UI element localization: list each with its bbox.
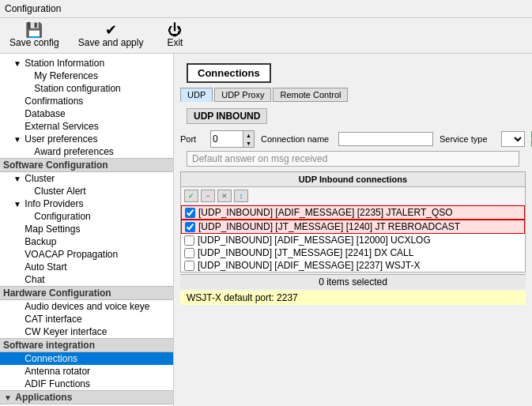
sidebar-item-label: My References bbox=[34, 70, 98, 81]
sidebar-item-map-settings[interactable]: Map Settings bbox=[0, 223, 173, 235]
expand-icon: ▼ bbox=[13, 200, 22, 209]
sidebar-item-label: Map Settings bbox=[25, 224, 80, 235]
sidebar-item-label: Antenna rotator bbox=[25, 366, 90, 377]
sidebar-item-chat[interactable]: Chat bbox=[0, 273, 173, 286]
sidebar-item-confirmations[interactable]: Confirmations bbox=[0, 95, 173, 107]
tree-list: ▼ Station Information My References Stat… bbox=[0, 57, 173, 406]
sidebar-item-label: CAT interface bbox=[25, 314, 81, 325]
sidebar-item-cluster-alert[interactable]: Cluster Alert bbox=[0, 185, 173, 197]
conn-checkbox[interactable] bbox=[185, 222, 195, 232]
exit-button[interactable]: ⏻ Exit bbox=[159, 21, 191, 50]
title-bar: Configuration bbox=[0, 0, 532, 18]
expand-icon: ▼ bbox=[13, 175, 22, 183]
expand-icon: ▼ bbox=[3, 393, 13, 402]
sidebar-item-backup[interactable]: Backup bbox=[0, 235, 173, 248]
toolbar-arrow-btn[interactable]: ↕ bbox=[234, 190, 248, 202]
conn-checkbox[interactable] bbox=[185, 208, 195, 218]
port-input[interactable] bbox=[211, 131, 243, 147]
save-apply-icon: ✔ bbox=[105, 23, 117, 37]
list-item[interactable]: [UDP_INBOUND] [ADIF_MESSAGE] [2235] JTAL… bbox=[181, 205, 525, 220]
save-config-button[interactable]: 💾 Save config bbox=[6, 21, 62, 50]
spin-up[interactable]: ▲ bbox=[243, 131, 254, 139]
sidebar-group-label: Software Configuration bbox=[3, 160, 108, 171]
sidebar-item-label: Info Providers bbox=[25, 198, 83, 209]
exit-icon: ⏻ bbox=[168, 23, 182, 37]
sidebar-item-station-config[interactable]: Station configuration bbox=[0, 82, 173, 95]
sidebar-group-applications[interactable]: ▼ Applications bbox=[0, 390, 173, 404]
sidebar-item-label: ADIF Functions bbox=[25, 378, 90, 389]
udp-inbound-section: UDP INBOUND bbox=[180, 105, 526, 126]
status-bar-label: 0 items selected bbox=[319, 276, 387, 288]
tree-panel: ▼ Station Information My References Stat… bbox=[0, 54, 174, 406]
conn-checkbox[interactable] bbox=[184, 235, 194, 246]
sidebar-item-label: Configuration bbox=[34, 211, 90, 222]
sidebar-item-antenna-rotator[interactable]: Antenna rotator bbox=[0, 365, 173, 378]
save-apply-button[interactable]: ✔ Save and apply bbox=[75, 21, 147, 50]
connection-name-input[interactable] bbox=[338, 132, 433, 146]
default-answer-field[interactable]: Default answer on msg received bbox=[187, 151, 519, 167]
sidebar-item-user-preferences[interactable]: ▼ User preferences bbox=[0, 133, 173, 145]
sidebar-item-label: User preferences bbox=[25, 133, 97, 145]
save-icon: 💾 bbox=[25, 23, 43, 37]
sidebar-item-cw-keyer[interactable]: CW Keyer interface bbox=[0, 325, 173, 338]
status-bar: 0 items selected bbox=[180, 274, 526, 289]
sidebar-item-external-services[interactable]: External Services bbox=[0, 120, 173, 133]
sidebar-group-label: Software integration bbox=[3, 340, 95, 351]
list-item[interactable]: [UDP_INBOUND] [JT_MESSAGE] [1240] JT REB… bbox=[181, 220, 525, 234]
list-item[interactable]: [UDP_INBOUND] [ADIF_MESSAGE] [12000] UCX… bbox=[181, 234, 525, 246]
port-label: Port bbox=[180, 134, 204, 144]
sidebar-item-label: Station Information bbox=[25, 58, 104, 69]
connections-list: [UDP_INBOUND] [ADIF_MESSAGE] [2235] JTAL… bbox=[181, 205, 525, 272]
conn-label: [UDP_INBOUND] [JT_MESSAGE] [2241] DX CAL… bbox=[198, 247, 413, 258]
toolbar-add-btn[interactable]: ✓ bbox=[184, 190, 198, 202]
inbound-table-container: UDP Inbound connections ✓ − ✕ ↕ [UDP_INB… bbox=[180, 171, 526, 273]
tab-udp[interactable]: UDP bbox=[180, 88, 213, 102]
conn-label: [UDP_INBOUND] [ADIF_MESSAGE] [2235] JTAL… bbox=[198, 207, 453, 218]
save-config-label: Save config bbox=[9, 37, 59, 48]
exit-label: Exit bbox=[167, 37, 183, 48]
sidebar-item-label: Station configuration bbox=[34, 83, 120, 94]
sidebar-item-voacap[interactable]: VOACAP Propagation bbox=[0, 248, 173, 261]
sidebar-item-label: External Services bbox=[25, 121, 98, 132]
save-apply-label: Save and apply bbox=[78, 37, 144, 48]
toolbar-delete-btn[interactable]: ✕ bbox=[217, 190, 232, 202]
sidebar-item-station-info[interactable]: ▼ Station Information bbox=[0, 57, 173, 70]
sidebar-item-label: Award preferences bbox=[34, 146, 114, 157]
tab-remote-control[interactable]: Remote Control bbox=[273, 88, 348, 102]
sidebar-item-adif-functions[interactable]: ADIF Functions bbox=[0, 378, 173, 390]
sidebar-item-label: Backup bbox=[25, 236, 56, 247]
sidebar-item-info-providers[interactable]: ▼ Info Providers bbox=[0, 197, 173, 210]
service-type-select[interactable] bbox=[501, 131, 525, 147]
sidebar-group-hardware-config: Hardware Configuration bbox=[0, 286, 173, 300]
list-item[interactable]: [UDP_INBOUND] [JT_MESSAGE] [2241] DX CAL… bbox=[181, 246, 525, 259]
right-panel: Connections UDP UDP Proxy Remote Control… bbox=[174, 54, 532, 406]
sidebar-group-software-integration: Software integration bbox=[0, 338, 173, 352]
spin-down[interactable]: ▼ bbox=[243, 139, 254, 147]
toolbar-minus-btn[interactable]: − bbox=[201, 190, 215, 202]
conn-label: [UDP_INBOUND] [ADIF_MESSAGE] [12000] UCX… bbox=[198, 235, 431, 246]
conn-checkbox[interactable] bbox=[184, 248, 194, 258]
sidebar-item-award-preferences[interactable]: Award preferences bbox=[0, 145, 173, 158]
conn-checkbox[interactable] bbox=[184, 261, 194, 271]
sidebar-item-label: Auto Start bbox=[25, 261, 66, 273]
conn-label: [UDP_INBOUND] [ADIF_MESSAGE] [2237] WSJT… bbox=[198, 260, 420, 271]
sub-tabs: UDP UDP Proxy Remote Control bbox=[174, 83, 532, 102]
sidebar-item-database[interactable]: Database bbox=[0, 107, 173, 120]
default-answer-row: Default answer on msg received bbox=[180, 151, 526, 167]
sidebar-item-audio-devices[interactable]: Audio devices and voice keye bbox=[0, 300, 173, 313]
connection-name-label: Connection name bbox=[261, 134, 332, 144]
sidebar-item-auto-start[interactable]: Auto Start bbox=[0, 261, 173, 273]
tab-udp-proxy[interactable]: UDP Proxy bbox=[214, 88, 271, 102]
sidebar-item-connections[interactable]: Connections bbox=[0, 352, 173, 365]
sidebar-item-label: Connections bbox=[25, 353, 77, 364]
sidebar-item-configuration[interactable]: Configuration bbox=[0, 210, 173, 223]
sidebar-item-cluster[interactable]: ▼ Cluster bbox=[0, 172, 173, 185]
connections-tab-label: Connections bbox=[187, 63, 271, 83]
sidebar-item-my-references[interactable]: My References bbox=[0, 70, 173, 82]
list-item[interactable]: [UDP_INBOUND] [ADIF_MESSAGE] [2237] WSJT… bbox=[181, 259, 525, 272]
inbound-table-header: UDP Inbound connections bbox=[181, 172, 525, 187]
sidebar-item-label: Confirmations bbox=[25, 96, 83, 107]
port-input-wrap[interactable]: ▲ ▼ bbox=[210, 130, 255, 148]
sidebar-item-label: Cluster bbox=[25, 173, 55, 184]
sidebar-item-cat-interface[interactable]: CAT interface bbox=[0, 313, 173, 325]
